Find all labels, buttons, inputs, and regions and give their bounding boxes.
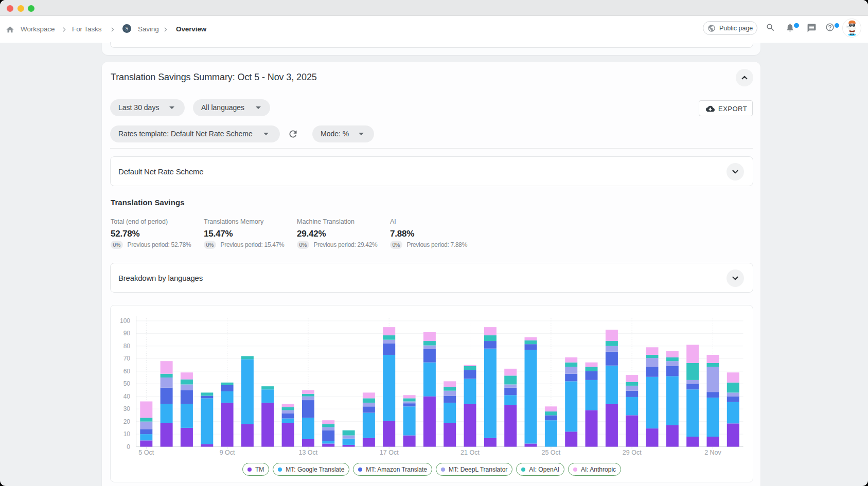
svg-text:80: 80 [123,343,131,350]
svg-text:50: 50 [123,380,131,387]
svg-text:29 Oct: 29 Oct [623,449,642,456]
svg-text:90: 90 [123,330,131,337]
svg-text:10: 10 [123,430,131,438]
svg-text:0: 0 [127,443,130,451]
svg-text:13 Oct: 13 Oct [298,449,317,456]
svg-text:40: 40 [123,393,131,400]
svg-text:30: 30 [123,405,131,412]
svg-text:9 Oct: 9 Oct [220,449,235,456]
svg-text:5 Oct: 5 Oct [138,449,154,456]
svg-text:21 Oct: 21 Oct [460,449,480,456]
svg-text:20: 20 [123,418,131,425]
svg-text:2 Nov: 2 Nov [704,449,721,456]
svg-text:70: 70 [123,355,131,362]
svg-text:60: 60 [123,368,131,375]
svg-text:17 Oct: 17 Oct [380,449,399,456]
svg-text:100: 100 [120,317,130,325]
svg-text:25 Oct: 25 Oct [541,449,560,456]
